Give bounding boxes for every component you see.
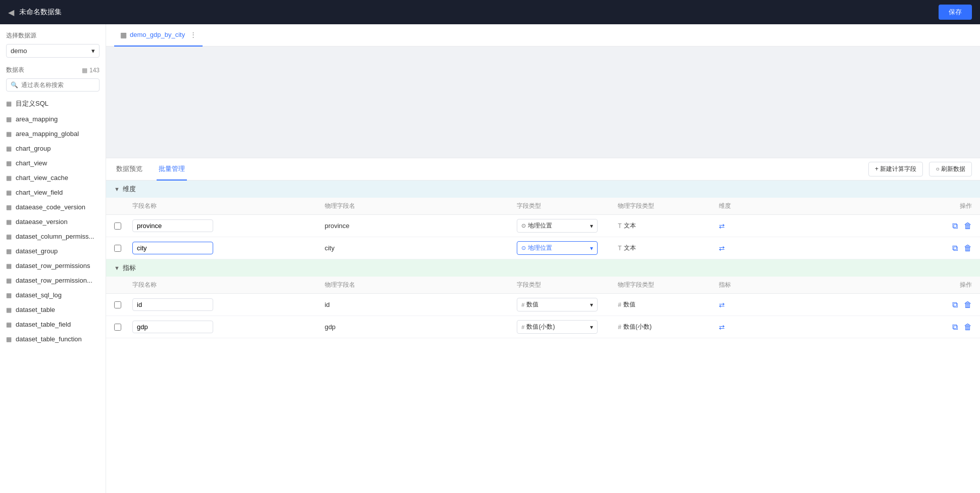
sidebar-item-dataset_sql_log[interactable]: ▦dataset_sql_log <box>0 288 106 302</box>
province-field-type-select[interactable]: ⊙ 地理位置 ▾ <box>517 219 598 233</box>
province-delete-icon[interactable]: 🗑 <box>964 221 972 231</box>
back-icon[interactable]: ◀ <box>8 8 14 17</box>
id-delete-icon[interactable]: 🗑 <box>964 300 972 309</box>
sidebar-list: ▦目定义SQL▦area_mapping▦area_mapping_global… <box>0 96 106 493</box>
city-delete-icon[interactable]: 🗑 <box>964 244 972 253</box>
sidebar-item-label: area_mapping <box>16 115 58 123</box>
measure-label: 指标 <box>123 263 136 273</box>
gdp-copy-icon[interactable]: ⧉ <box>952 323 958 332</box>
preview-area <box>106 47 980 158</box>
topbar-left: ◀ 未命名数据集 <box>8 8 62 17</box>
sidebar-item-dataease_code_version[interactable]: ▦dataease_code_version <box>0 200 106 214</box>
measure-row-id: id # 数值 ▾ # 数值 ⇄ <box>106 294 980 316</box>
sidebar-item-custom-sql[interactable]: ▦目定义SQL <box>0 96 106 112</box>
id-num-type-icon: # <box>618 301 621 308</box>
tab-preview[interactable]: 数据预览 <box>114 158 144 181</box>
sidebar: 选择数据源 demo ▾ 数据表 ▦ 143 🔍 ▦目定义SQL▦area_ma… <box>0 24 106 493</box>
table-row-icon: ▦ <box>6 100 12 107</box>
sidebar-item-dataset_group[interactable]: ▦dataset_group <box>0 244 106 258</box>
measure-col-checkbox <box>114 281 132 289</box>
datasource-select[interactable]: demo ▾ <box>6 44 100 58</box>
sidebar-item-label: chart_view_field <box>16 189 63 196</box>
province-copy-icon[interactable]: ⧉ <box>952 221 958 231</box>
sidebar-item-dataset_row_permissions[interactable]: ▦dataset_row_permissions <box>0 258 106 273</box>
id-field-type-select[interactable]: # 数值 ▾ <box>517 298 598 311</box>
gdp-field-input[interactable] <box>132 321 213 333</box>
table-count: ▦ 143 <box>82 67 100 74</box>
sidebar-item-area_mapping[interactable]: ▦area_mapping <box>0 112 106 126</box>
sidebar-item-dataset_table_field[interactable]: ▦dataset_table_field <box>0 317 106 332</box>
id-dropdown-icon: ▾ <box>590 301 593 308</box>
dimension-chevron-icon[interactable]: ▼ <box>114 186 120 192</box>
sidebar-item-dataset_table_function[interactable]: ▦dataset_table_function <box>0 332 106 346</box>
bottom-panel: 数据预览 批量管理 + 新建计算字段 ○ 刷新数据 ▼ 维度 字段 <box>106 158 980 493</box>
page-title: 未命名数据集 <box>19 8 62 17</box>
bottom-tabs: 数据预览 批量管理 + 新建计算字段 ○ 刷新数据 <box>106 158 980 181</box>
table-label: 数据表 <box>6 66 24 74</box>
city-physical-type: T 文本 <box>618 244 719 252</box>
id-copy-icon[interactable]: ⧉ <box>952 300 958 309</box>
datasource-value: demo <box>11 47 27 55</box>
table-row-icon: ▦ <box>6 130 12 138</box>
gdp-num-icon: # <box>521 324 524 330</box>
sidebar-item-chart_view[interactable]: ▦chart_view <box>0 156 106 170</box>
gdp-num-type-icon: # <box>618 324 621 331</box>
city-field-input[interactable] <box>132 242 213 254</box>
gdp-field-name-cell <box>132 321 325 333</box>
sidebar-item-area_mapping_global[interactable]: ▦area_mapping_global <box>0 126 106 141</box>
sidebar-item-label: dataset_group <box>16 247 58 255</box>
gdp-measure-toggle-icon[interactable]: ⇄ <box>719 323 779 331</box>
search-input[interactable] <box>21 81 97 88</box>
city-copy-icon[interactable]: ⧉ <box>952 244 958 253</box>
refresh-data-button[interactable]: ○ 刷新数据 <box>929 162 972 176</box>
province-checkbox[interactable] <box>114 222 121 230</box>
province-actions: ⧉ 🗑 <box>779 221 972 231</box>
sidebar-item-chart_view_field[interactable]: ▦chart_view_field <box>0 185 106 200</box>
id-physical-field: id <box>325 301 517 308</box>
sidebar-item-dataset_table[interactable]: ▦dataset_table <box>0 302 106 317</box>
province-dim-toggle-icon[interactable]: ⇄ <box>719 222 779 230</box>
measure-chevron-icon[interactable]: ▼ <box>114 265 120 271</box>
province-field-input[interactable] <box>132 219 213 232</box>
city-field-type-select[interactable]: ⊙ 地理位置 ▾ <box>517 241 598 255</box>
sidebar-item-label: dataease_version <box>16 218 68 226</box>
id-checkbox[interactable] <box>114 301 121 308</box>
dimension-label: 维度 <box>123 185 136 194</box>
tabs-left: 数据预览 批量管理 <box>114 158 187 181</box>
save-button[interactable]: 保存 <box>939 5 972 20</box>
gdp-field-type-select[interactable]: # 数值(小数) ▾ <box>517 320 598 334</box>
city-checkbox[interactable] <box>114 245 121 252</box>
id-actions: ⧉ 🗑 <box>779 300 972 309</box>
province-physical-type: T 文本 <box>618 221 719 230</box>
new-calc-field-button[interactable]: + 新建计算字段 <box>868 162 923 176</box>
sidebar-item-dataset_column_permiss[interactable]: ▦dataset_column_permiss... <box>0 229 106 244</box>
id-field-name-cell <box>132 298 325 311</box>
table-row-icon: ▦ <box>6 321 12 328</box>
table-row-icon: ▦ <box>6 233 12 240</box>
sidebar-item-dataease_version[interactable]: ▦dataease_version <box>0 214 106 229</box>
city-dim-toggle-icon[interactable]: ⇄ <box>719 244 779 252</box>
table-header: 数据表 ▦ 143 <box>0 62 106 76</box>
dataset-tab-bar: ▦ demo_gdp_by_city ⋮ <box>106 24 980 47</box>
city-dropdown-icon: ▾ <box>590 245 593 252</box>
measure-col-physical-field: 物理字段名 <box>325 281 517 289</box>
table-row-icon: ▦ <box>6 160 12 167</box>
id-measure-toggle-icon[interactable]: ⇄ <box>719 301 779 309</box>
id-num-icon: # <box>521 302 524 308</box>
sidebar-item-dataset_row_permission[interactable]: ▦dataset_row_permission... <box>0 273 106 288</box>
measure-col-field-type: 字段类型 <box>517 281 618 289</box>
dataset-tab[interactable]: ▦ demo_gdp_by_city ⋮ <box>114 24 203 47</box>
id-field-input[interactable] <box>132 298 213 311</box>
sidebar-item-chart_group[interactable]: ▦chart_group <box>0 141 106 156</box>
sidebar-item-chart_view_cache[interactable]: ▦chart_view_cache <box>0 170 106 185</box>
gdp-checkbox[interactable] <box>114 324 121 331</box>
province-field-name-cell <box>132 219 325 232</box>
table-row-icon: ▦ <box>6 116 12 123</box>
gdp-actions: ⧉ 🗑 <box>779 323 972 332</box>
measure-col-physical-type: 物理字段类型 <box>618 281 719 289</box>
table-row-icon: ▦ <box>6 204 12 211</box>
tab-batch[interactable]: 批量管理 <box>157 158 187 181</box>
dim-col-field-name: 字段名称 <box>132 202 325 210</box>
gdp-delete-icon[interactable]: 🗑 <box>964 323 972 332</box>
more-icon[interactable]: ⋮ <box>190 31 197 38</box>
